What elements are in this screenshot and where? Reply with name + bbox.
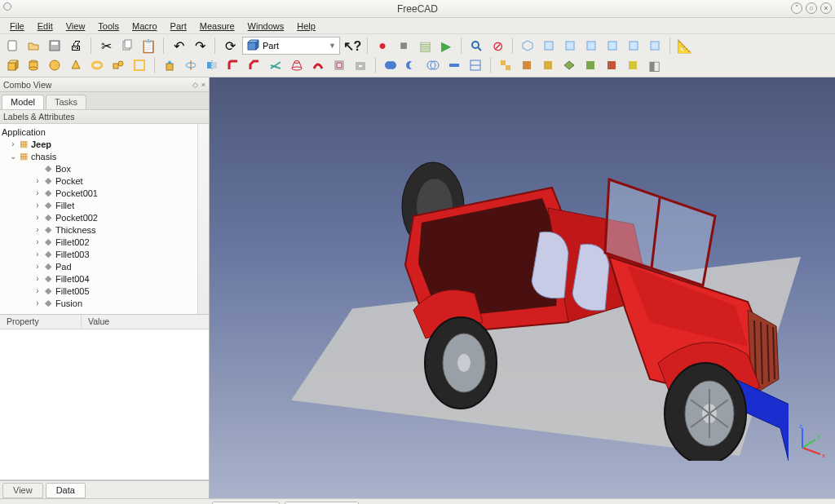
tree-item[interactable]: ›◆Fusion bbox=[0, 297, 209, 309]
part-box-icon[interactable] bbox=[3, 56, 21, 74]
menu-file[interactable]: File bbox=[3, 21, 31, 31]
chamfer-icon[interactable] bbox=[245, 56, 263, 74]
view-rear-icon[interactable] bbox=[603, 37, 621, 55]
part-torus-icon[interactable] bbox=[88, 56, 106, 74]
property-grid[interactable] bbox=[0, 329, 209, 480]
redo-icon[interactable]: ↷ bbox=[191, 37, 209, 55]
tree-item[interactable]: ›◆Fillet004 bbox=[0, 272, 209, 285]
cross-sections-icon[interactable] bbox=[466, 56, 484, 74]
section-icon[interactable] bbox=[445, 56, 463, 74]
model-tree[interactable]: Application ›▦Jeep ⌄▦chasis ◆Box ›◆Pocke… bbox=[0, 124, 209, 315]
menu-measure[interactable]: Measure bbox=[193, 21, 241, 31]
part-builder-icon[interactable] bbox=[130, 56, 148, 74]
minimize-button[interactable]: ˅ bbox=[791, 2, 802, 14]
macro-list-icon[interactable]: ▤ bbox=[416, 37, 434, 55]
svg-rect-45 bbox=[523, 61, 531, 69]
3d-viewport[interactable]: x y z bbox=[210, 77, 835, 498]
menu-view[interactable]: View bbox=[60, 21, 92, 31]
doc-tab-chasis[interactable]: ⬣ chasis : 1 × bbox=[285, 502, 358, 505]
copy-icon[interactable] bbox=[118, 37, 136, 55]
convert-to-solid-icon[interactable] bbox=[581, 56, 599, 74]
ruled-surface-icon[interactable] bbox=[267, 56, 285, 74]
macro-play-icon[interactable]: ▶ bbox=[437, 37, 455, 55]
workbench-selector[interactable]: Part ▼ bbox=[242, 37, 340, 55]
tree-doc-chasis[interactable]: ⌄▦chasis bbox=[0, 150, 209, 162]
close-button[interactable]: × bbox=[820, 2, 832, 14]
svg-rect-12 bbox=[630, 42, 638, 50]
tree-item[interactable]: ›◆Fillet005 bbox=[0, 285, 209, 297]
doc-tab-jeep[interactable]: ⬣ Jeep : 1 × bbox=[212, 502, 280, 505]
menu-windows[interactable]: Windows bbox=[241, 21, 291, 31]
part-primitives-icon[interactable] bbox=[109, 56, 127, 74]
part-cone-icon[interactable] bbox=[67, 56, 85, 74]
tree-item[interactable]: ◆Box bbox=[0, 162, 209, 175]
view-front-icon[interactable] bbox=[540, 37, 558, 55]
fillet-icon[interactable] bbox=[224, 56, 242, 74]
tab-view[interactable]: View bbox=[2, 483, 43, 498]
reverse-shapes-icon[interactable] bbox=[603, 56, 621, 74]
boolean-fuse-icon[interactable] bbox=[382, 56, 400, 74]
revolve-icon[interactable] bbox=[182, 56, 200, 74]
shape-from-mesh-icon[interactable] bbox=[560, 56, 578, 74]
loft-icon[interactable] bbox=[288, 56, 306, 74]
draw-style-icon[interactable]: ⊘ bbox=[488, 37, 506, 55]
check-geometry-icon[interactable] bbox=[624, 56, 642, 74]
maximize-button[interactable]: ○ bbox=[806, 2, 817, 14]
cut-icon[interactable]: ✂ bbox=[97, 37, 115, 55]
paste-icon[interactable]: 📋 bbox=[139, 37, 157, 55]
new-icon[interactable] bbox=[3, 37, 21, 55]
panel-undock-icon[interactable]: ◇ bbox=[192, 81, 198, 89]
boolean-common-icon[interactable] bbox=[424, 56, 442, 74]
menu-help[interactable]: Help bbox=[290, 21, 322, 31]
print-icon[interactable]: 🖨 bbox=[67, 37, 85, 55]
offset-icon[interactable] bbox=[330, 56, 348, 74]
tree-item[interactable]: ›◆Pad bbox=[0, 260, 209, 272]
tab-data[interactable]: Data bbox=[46, 483, 86, 498]
tree-doc-jeep[interactable]: ›▦Jeep bbox=[0, 138, 209, 150]
tree-scrollbar[interactable] bbox=[197, 124, 209, 314]
svg-rect-26 bbox=[213, 62, 217, 69]
svg-rect-10 bbox=[587, 42, 595, 50]
fit-view-icon[interactable] bbox=[467, 37, 485, 55]
tree-item[interactable]: ›◆Fillet003 bbox=[0, 248, 209, 260]
macro-stop-icon[interactable]: ■ bbox=[395, 37, 413, 55]
svg-rect-14 bbox=[8, 63, 15, 70]
tree-item[interactable]: ›◆Fillet bbox=[0, 199, 209, 211]
macro-record-icon[interactable]: ● bbox=[373, 37, 391, 55]
extrude-icon[interactable] bbox=[161, 56, 179, 74]
view-iso-icon[interactable] bbox=[519, 37, 537, 55]
tree-item[interactable]: ›◆Pocket bbox=[0, 175, 209, 187]
export-icon[interactable] bbox=[539, 56, 557, 74]
view-right-icon[interactable] bbox=[582, 37, 600, 55]
menu-edit[interactable]: Edit bbox=[31, 21, 60, 31]
thickness-icon[interactable] bbox=[351, 56, 369, 74]
help-icon[interactable]: ↖? bbox=[343, 37, 361, 55]
toolbars: 🖨 ✂ 📋 ↶ ↷ ⟳ Part ▼ ↖? ● ■ ▤ ▶ ⊘ 📐 bbox=[0, 34, 835, 77]
panel-close-icon[interactable]: × bbox=[201, 81, 205, 89]
compound-icon[interactable] bbox=[497, 56, 515, 74]
part-cylinder-icon[interactable] bbox=[24, 56, 42, 74]
import-icon[interactable] bbox=[518, 56, 536, 74]
view-top-icon[interactable] bbox=[561, 37, 579, 55]
menu-macro[interactable]: Macro bbox=[126, 21, 164, 31]
open-icon[interactable] bbox=[24, 37, 42, 55]
appearance-icon[interactable]: ◧ bbox=[645, 56, 663, 74]
sweep-icon[interactable] bbox=[309, 56, 327, 74]
part-sphere-icon[interactable] bbox=[46, 56, 64, 74]
tree-item[interactable]: ›◆Thickness bbox=[0, 223, 209, 236]
tree-item[interactable]: ›◆Pocket002 bbox=[0, 211, 209, 223]
measure-icon[interactable]: 📐 bbox=[676, 37, 694, 55]
save-icon[interactable] bbox=[46, 37, 64, 55]
undo-icon[interactable]: ↶ bbox=[170, 37, 188, 55]
refresh-icon[interactable]: ⟳ bbox=[221, 37, 239, 55]
tree-item[interactable]: ›◆Pocket001 bbox=[0, 187, 209, 199]
menu-tools[interactable]: Tools bbox=[91, 21, 126, 31]
view-left-icon[interactable] bbox=[646, 37, 664, 55]
tab-model[interactable]: Model bbox=[2, 95, 44, 109]
tab-tasks[interactable]: Tasks bbox=[46, 95, 86, 109]
menu-part[interactable]: Part bbox=[164, 21, 193, 31]
tree-item[interactable]: ›◆Fillet002 bbox=[0, 236, 209, 248]
mirror-icon[interactable] bbox=[203, 56, 221, 74]
view-bottom-icon[interactable] bbox=[625, 37, 643, 55]
boolean-cut-icon[interactable] bbox=[403, 56, 421, 74]
